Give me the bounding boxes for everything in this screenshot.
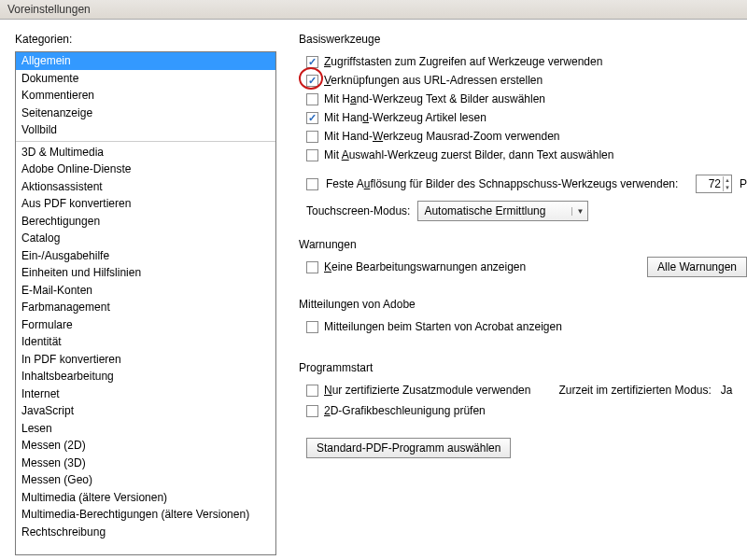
chevron-down-icon: ▼ — [571, 207, 584, 216]
window-titlebar: Voreinstellungen — [0, 0, 747, 20]
category-item[interactable]: Rechtschreibung — [16, 524, 275, 541]
category-item[interactable]: Vollbild — [16, 121, 275, 139]
default-pdf-button[interactable]: Standard-PDF-Programm auswählen — [306, 438, 511, 458]
touchscreen-mode-dropdown[interactable]: Automatische Ermittlung ▼ — [417, 201, 588, 221]
category-item[interactable]: JavaScript — [16, 402, 275, 420]
category-item[interactable]: Identität — [16, 333, 275, 351]
spinner-up-icon[interactable]: ▲ — [724, 176, 731, 184]
category-item[interactable]: Kommentieren — [16, 87, 275, 105]
category-item[interactable]: Messen (Geo) — [16, 471, 275, 489]
category-item[interactable]: Multimedia (ältere Versionen) — [16, 489, 275, 507]
checkbox-label: 2D-Grafikbeschleunigung prüfen — [324, 404, 486, 417]
category-item[interactable]: Multimedia-Berechtigungen (ältere Versio… — [16, 506, 275, 524]
window-title: Voreinstellungen — [7, 3, 91, 16]
category-item[interactable]: Internet — [16, 385, 275, 403]
category-item[interactable]: Seitenanzeige — [16, 105, 275, 122]
checkbox-label: Verknüpfungen aus URL-Adressen erstellen — [324, 74, 543, 87]
checkbox-label: Nur zertifizierte Zusatzmodule verwenden — [324, 384, 530, 397]
category-item[interactable]: Einheiten und Hilfslinien — [16, 264, 275, 282]
category-item[interactable]: Catalog — [16, 230, 275, 247]
group-title: Warnungen — [299, 238, 747, 251]
group-basiswerkzeuge: Basiswerkzeuge Zugriffstasten zum Zugrei… — [299, 33, 747, 221]
reset-warnings-button[interactable]: Alle Warnungen — [647, 257, 747, 277]
checkbox-url-links[interactable] — [306, 75, 318, 87]
group-title: Programmstart — [299, 361, 747, 374]
category-item[interactable]: Lesen — [16, 420, 275, 438]
category-item[interactable]: Aus PDF konvertieren — [16, 195, 275, 213]
unit-label: Pixel — [740, 177, 747, 190]
separator — [16, 141, 275, 142]
checkbox-adobe-msgs[interactable] — [306, 321, 318, 333]
category-item[interactable]: Farbmanagement — [16, 299, 275, 316]
category-item[interactable]: Formulare — [16, 316, 275, 334]
checkbox-accesskeys[interactable] — [306, 56, 318, 68]
group-title: Basiswerkzeuge — [299, 33, 747, 46]
checkbox-label: Feste Auflösung für Bilder des Schnappsc… — [326, 177, 678, 190]
checkbox-label: Zugriffstasten zum Zugreifen auf Werkzeu… — [324, 55, 602, 68]
checkbox-no-edit-warn[interactable] — [306, 261, 318, 273]
group-programmstart: Programmstart Nur zertifizierte Zusatzmo… — [299, 361, 747, 458]
snapshot-res-input[interactable] — [697, 176, 723, 191]
category-item[interactable]: Berechtigungen — [16, 213, 275, 231]
category-item[interactable]: In PDF konvertieren — [16, 351, 275, 369]
snapshot-res-spinner[interactable]: ▲▼ — [696, 175, 732, 193]
checkbox-snapshot-res[interactable] — [306, 178, 318, 190]
spinner-down-icon[interactable]: ▼ — [724, 184, 731, 191]
category-item[interactable]: Allgemein — [16, 52, 275, 70]
category-item[interactable]: Inhaltsbearbeitung — [16, 368, 275, 385]
checkbox-selection-order[interactable] — [306, 149, 318, 161]
checkbox-2d-accel[interactable] — [306, 405, 318, 417]
dropdown-value: Automatische Ermittlung — [424, 204, 545, 217]
group-title: Mitteilungen von Adobe — [299, 298, 747, 311]
category-item[interactable]: Messen (3D) — [16, 455, 275, 472]
checkbox-label: Mit Hand-Werkzeug Artikel lesen — [324, 111, 486, 124]
checkbox-label: Mit Auswahl-Werkzeug zuerst Bilder, dann… — [324, 148, 613, 161]
touchscreen-mode-label: Touchscreen-Modus: — [306, 204, 410, 217]
checkbox-label: Mit Hand-Werkzeug Text & Bilder auswähle… — [324, 92, 545, 105]
category-item[interactable]: 3D & Multimedia — [16, 144, 275, 161]
cert-status-value: Ja — [721, 384, 733, 397]
category-item[interactable]: Aktionsassistent — [16, 178, 275, 196]
checkbox-label: Mit Hand-Werkzeug Mausrad-Zoom verwenden — [324, 130, 560, 143]
checkbox-hand-articles[interactable] — [306, 112, 318, 124]
categories-listbox[interactable]: AllgemeinDokumenteKommentierenSeitenanze… — [15, 51, 276, 555]
group-adobe: Mitteilungen von Adobe Mitteilungen beim… — [299, 298, 747, 333]
checkbox-hand-select[interactable] — [306, 93, 318, 105]
checkbox-label: Keine Bearbeitungswarnungen anzeigen — [324, 260, 526, 273]
category-item[interactable]: Adobe Online-Dienste — [16, 161, 275, 178]
checkbox-label: Mitteilungen beim Starten von Acrobat an… — [324, 320, 562, 333]
cert-status-label: Zurzeit im zertifizierten Modus: — [558, 384, 711, 397]
category-item[interactable]: Dokumente — [16, 70, 275, 88]
group-warnungen: Warnungen Keine Bearbeitungswarnungen an… — [299, 238, 747, 273]
category-item[interactable]: Ein-/Ausgabehilfe — [16, 247, 275, 265]
categories-label: Kategorien: — [15, 33, 284, 46]
checkbox-hand-zoom[interactable] — [306, 131, 318, 143]
checkbox-certified-only[interactable] — [306, 385, 318, 397]
category-item[interactable]: E-Mail-Konten — [16, 282, 275, 300]
category-item[interactable]: Messen (2D) — [16, 437, 275, 455]
